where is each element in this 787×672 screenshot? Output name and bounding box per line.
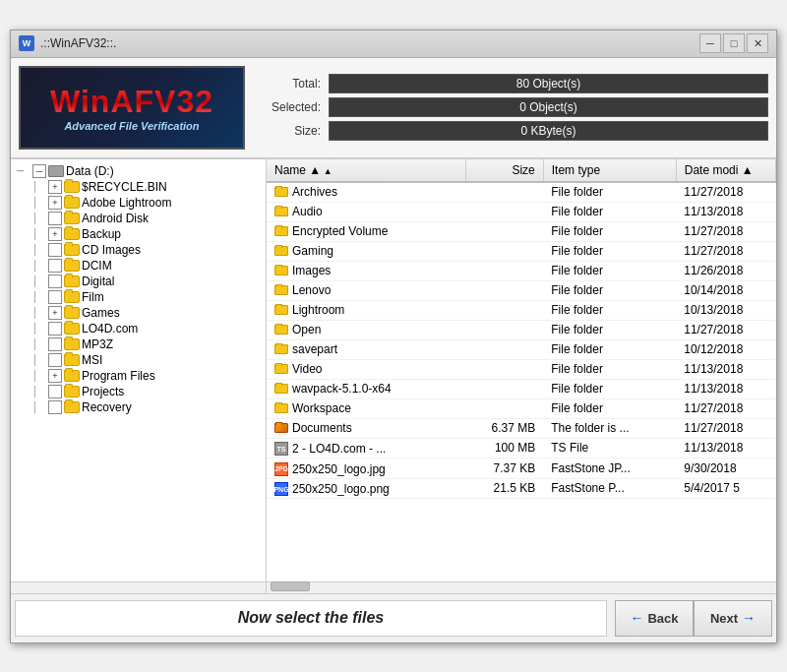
tree-item[interactable]: │ Film — [30, 289, 262, 305]
horizontal-scrollbar[interactable] — [11, 581, 776, 593]
tree-expander-root[interactable]: ─ — [32, 164, 46, 178]
cell-size: 100 MB — [466, 438, 544, 458]
minimize-button[interactable]: ─ — [699, 33, 721, 53]
table-row[interactable]: Video File folder 11/13/2018 — [267, 359, 776, 379]
tree-expander[interactable] — [48, 290, 62, 304]
file-row-icon: Audio — [274, 205, 323, 218]
folder-icon-tree — [64, 259, 80, 273]
tree-item[interactable]: │ Android Disk — [30, 211, 262, 226]
file-name: Archives — [292, 185, 337, 199]
next-button[interactable]: Next → — [694, 600, 772, 637]
tree-expander[interactable] — [48, 400, 62, 414]
file-row-icon: TS 2 - LO4D.com - ... — [274, 442, 386, 456]
table-row[interactable]: Images File folder 11/26/2018 — [267, 261, 776, 280]
maximize-button[interactable]: □ — [723, 33, 745, 53]
table-row[interactable]: JPG 250x250_logo.jpg 7.37 KB FastStone J… — [267, 458, 776, 479]
tree-item[interactable]: │ CD Images — [30, 242, 262, 258]
tree-expander[interactable] — [48, 385, 62, 398]
file-name: wavpack-5.1.0-x64 — [292, 382, 392, 396]
tree-item[interactable]: │ Projects — [30, 384, 262, 399]
file-name: Lenovo — [292, 283, 331, 297]
table-row[interactable]: Open File folder 11/27/2018 — [267, 320, 776, 339]
file-name: Encrypted Volume — [292, 224, 388, 238]
table-row[interactable]: Audio File folder 11/13/2018 — [267, 202, 776, 221]
tree-expander[interactable]: + — [48, 369, 62, 383]
file-name: Lightroom — [292, 303, 344, 317]
folder-icon-tree — [64, 322, 80, 336]
back-button[interactable]: ← Back — [615, 600, 694, 637]
title-bar-controls: ─ □ ✕ — [699, 33, 768, 53]
folder-icon — [274, 384, 288, 394]
tree-item[interactable]: │ Digital — [30, 274, 262, 289]
col-header-date[interactable]: Date modi ▲ — [676, 159, 775, 182]
tree-item[interactable]: │ LO4D.com — [30, 321, 262, 336]
cell-type: File folder — [543, 261, 676, 280]
cell-type: File folder — [543, 300, 676, 320]
cell-type: File folder — [543, 280, 676, 300]
cell-type: File folder — [543, 359, 676, 379]
next-arrow-icon: → — [742, 610, 756, 626]
col-header-size[interactable]: Size — [466, 159, 544, 182]
table-row[interactable]: TS 2 - LO4D.com - ... 100 MB TS File 11/… — [267, 438, 776, 458]
total-label: Total: — [257, 77, 321, 91]
cell-size — [466, 398, 544, 418]
tree-item[interactable]: │ + Program Files — [30, 368, 262, 384]
selected-value: 0 Object(s) — [329, 97, 768, 117]
table-row[interactable]: Archives File folder 11/27/2018 — [267, 182, 776, 203]
table-row[interactable]: savepart File folder 10/12/2018 — [267, 339, 776, 359]
table-row[interactable]: wavpack-5.1.0-x64 File folder 11/13/2018 — [267, 379, 776, 398]
tree-expander[interactable] — [48, 353, 62, 367]
cell-name: Lightroom — [267, 300, 466, 320]
close-button[interactable]: ✕ — [747, 33, 768, 53]
tree-expander[interactable]: + — [48, 196, 62, 210]
col-header-name[interactable]: Name ▲ — [267, 159, 466, 182]
file-name: Documents — [292, 421, 352, 435]
table-row[interactable]: Documents 6.37 MB The folder is ... 11/2… — [267, 418, 776, 438]
tree-expander[interactable] — [48, 275, 62, 288]
tree-item[interactable]: │ + Adobe Lightroom — [30, 195, 262, 211]
tree-item[interactable]: │ + Games — [30, 305, 262, 321]
tree-expander[interactable] — [48, 243, 62, 257]
tree-item-label: Games — [82, 306, 120, 320]
tree-item-label: Android Disk — [82, 212, 149, 225]
table-row[interactable]: Workspace File folder 11/27/2018 — [267, 398, 776, 418]
table-row[interactable]: Encrypted Volume File folder 11/27/2018 — [267, 221, 776, 241]
folder-icon-tree — [64, 369, 80, 383]
tree-item[interactable]: │ + $RECYCLE.BIN — [30, 179, 262, 195]
file-name: Audio — [292, 205, 323, 218]
tree-expander[interactable]: + — [48, 180, 62, 194]
tree-item[interactable]: │ Recovery — [30, 399, 262, 415]
tree-expander[interactable] — [48, 337, 62, 351]
cell-name: Audio — [267, 202, 466, 221]
cell-size — [466, 241, 544, 261]
col-header-type[interactable]: Item type — [543, 159, 676, 182]
tree-expander[interactable] — [48, 259, 62, 273]
cell-name: savepart — [267, 339, 466, 359]
tree-expander[interactable]: + — [48, 306, 62, 320]
scroll-thumb[interactable] — [271, 581, 310, 591]
cell-size: 6.37 MB — [466, 418, 544, 438]
file-row-icon: Open — [274, 323, 321, 336]
tree-expander[interactable] — [48, 322, 62, 336]
file-name: Video — [292, 362, 322, 376]
file-name: Images — [292, 264, 331, 277]
tree-expander[interactable]: + — [48, 227, 62, 241]
table-row[interactable]: Lenovo File folder 10/14/2018 — [267, 280, 776, 300]
cell-type: File folder — [543, 202, 676, 221]
right-panel[interactable]: Name ▲ Size Item type Date modi ▲ Archiv… — [267, 159, 776, 581]
left-panel[interactable]: ─ ─ Data (D:) │ + $RECYCLE.BIN │ + Adobe… — [11, 159, 267, 581]
tree-item[interactable]: │ MP3Z — [30, 336, 262, 352]
table-row[interactable]: Lightroom File folder 10/13/2018 — [267, 300, 776, 320]
tree-item[interactable]: │ DCIM — [30, 258, 262, 274]
tree-root[interactable]: ─ ─ Data (D:) — [15, 163, 262, 179]
size-value: 0 KByte(s) — [329, 121, 768, 141]
table-row[interactable]: Gaming File folder 11/27/2018 — [267, 241, 776, 261]
tree-item[interactable]: │ MSI — [30, 352, 262, 368]
table-header-row: Name ▲ Size Item type Date modi ▲ — [267, 159, 776, 182]
file-row-icon: Workspace — [274, 401, 351, 415]
tree-expander[interactable] — [48, 212, 62, 225]
table-row[interactable]: PNG 250x250_logo.png 21.5 KB FastStone P… — [267, 478, 776, 499]
tree-item-label: CD Images — [82, 243, 141, 257]
cell-type: FastStone P... — [543, 478, 676, 499]
tree-item[interactable]: │ + Backup — [30, 226, 262, 242]
